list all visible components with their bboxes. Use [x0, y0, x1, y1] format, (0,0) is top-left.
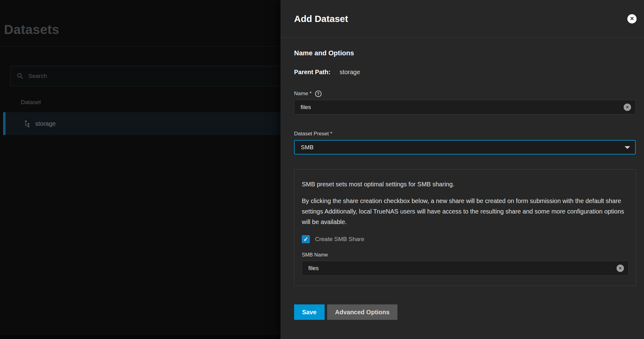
name-input[interactable]: [294, 100, 636, 114]
search-box: [10, 66, 280, 86]
advanced-options-button[interactable]: Advanced Options: [327, 304, 398, 320]
dialog-title: Add Dataset: [294, 14, 627, 24]
create-smb-share-label[interactable]: Create SMB Share: [315, 236, 364, 243]
parent-path: Parent Path: storage: [294, 68, 636, 76]
smb-name-clear-button[interactable]: ✕: [617, 265, 624, 272]
preset-info-paragraph-1: SMB preset sets most optimal settings fo…: [302, 179, 629, 189]
preset-info-paragraph-2: By clicking the share creation checkbox …: [302, 196, 629, 227]
dataset-row-storage[interactable]: storage: [3, 112, 280, 135]
add-dataset-dialog: Add Dataset ✕ Name and Options Parent Pa…: [280, 0, 644, 339]
dialog-button-row: Save Advanced Options: [294, 304, 636, 320]
datasets-page: Datasets Dataset storage: [0, 0, 280, 339]
smb-name-input-wrap: ✕: [302, 261, 629, 276]
preset-select[interactable]: SMB: [294, 140, 636, 155]
name-clear-button[interactable]: ✕: [624, 104, 631, 111]
page-bottom-strip: [0, 335, 280, 339]
preset-select-value: SMB: [301, 144, 314, 151]
screen: Datasets Dataset storage Add Dataset ✕: [0, 0, 644, 339]
column-header-dataset: Dataset: [21, 99, 41, 106]
smb-name-label: SMB Name: [302, 251, 629, 258]
parent-path-value: storage: [339, 69, 360, 75]
help-icon[interactable]: ?: [315, 91, 322, 97]
dialog-header: Add Dataset ✕: [280, 0, 644, 38]
help-glyph: ?: [317, 91, 319, 96]
clear-icon: ✕: [619, 266, 622, 270]
name-field-label-row: Name * ?: [294, 90, 636, 97]
save-button[interactable]: Save: [294, 304, 325, 320]
dataset-tree-icon: [23, 120, 31, 127]
create-smb-share-checkbox[interactable]: ✓: [302, 235, 310, 243]
search-input[interactable]: [28, 73, 244, 79]
smb-preset-info-card: SMB preset sets most optimal settings fo…: [294, 169, 636, 286]
create-smb-share-row[interactable]: ✓ Create SMB Share: [302, 235, 629, 243]
name-field-label: Name *: [294, 90, 312, 97]
name-input-wrap: ✕: [294, 100, 636, 114]
parent-path-label: Parent Path:: [294, 69, 330, 75]
section-heading: Name and Options: [294, 49, 636, 57]
dialog-body: Name and Options Parent Path: storage Na…: [280, 49, 644, 320]
preset-select-wrap: SMB: [294, 140, 636, 155]
close-icon: ✕: [630, 16, 634, 21]
dropdown-caret-icon: [625, 146, 630, 149]
close-button[interactable]: ✕: [627, 14, 637, 23]
smb-name-input[interactable]: [302, 261, 629, 276]
preset-field-label: Dataset Preset *: [294, 130, 332, 137]
checkmark-icon: ✓: [303, 236, 308, 242]
dataset-row-label: storage: [35, 120, 56, 127]
page-title-divider: [0, 46, 280, 47]
clear-icon: ✕: [626, 105, 629, 109]
page-title: Datasets: [4, 22, 59, 37]
search-icon: [17, 73, 23, 79]
preset-label-row: Dataset Preset *: [294, 130, 636, 137]
